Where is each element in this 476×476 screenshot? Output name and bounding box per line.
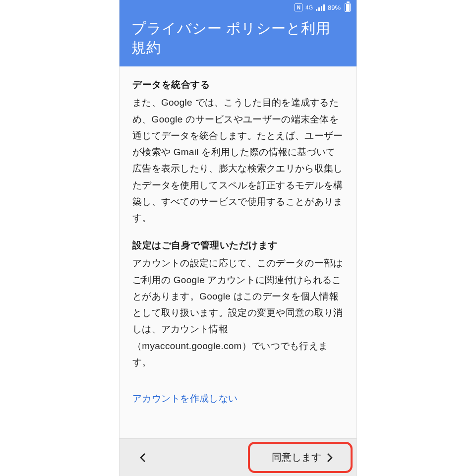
signal-icon	[316, 4, 325, 11]
chevron-right-icon	[326, 453, 333, 463]
svg-rect-1	[318, 7, 320, 11]
header: N 4G 89% プライバシー ポリシーと利用規約	[119, 0, 357, 66]
section-body: また、Google では、こうした目的を達成するため、Google のサービスや…	[132, 94, 344, 226]
page-title: プライバシー ポリシーと利用規約	[119, 15, 357, 66]
section-heading: データを統合する	[132, 78, 344, 91]
footer-nav: 同意します	[119, 438, 357, 476]
svg-rect-2	[321, 6, 322, 11]
section-manage-settings: 設定はご自身で管理いただけます アカウントの設定に応じて、このデータの一部はご利…	[132, 239, 344, 370]
agree-button[interactable]: 同意します	[248, 439, 357, 476]
agree-label: 同意します	[272, 451, 321, 464]
battery-text: 89%	[328, 4, 341, 11]
section-body: アカウントの設定に応じて、このデータの一部はご利用の Google アカウントに…	[132, 255, 344, 370]
section-data-integration: データを統合する また、Google では、こうした目的を達成するため、Goog…	[132, 78, 344, 226]
nfc-icon: N	[295, 3, 302, 11]
battery-icon	[345, 3, 351, 12]
svg-rect-0	[316, 9, 317, 11]
chevron-left-icon	[139, 453, 146, 463]
content-scroll[interactable]: データを統合する また、Google では、こうした目的を達成するため、Goog…	[119, 66, 357, 438]
svg-rect-3	[323, 4, 325, 11]
do-not-create-account-link[interactable]: アカウントを作成しない	[132, 393, 238, 404]
status-bar: N 4G 89%	[119, 0, 357, 15]
link-row: アカウントを作成しない	[132, 392, 344, 405]
network-icon: 4G	[305, 5, 313, 10]
section-heading: 設定はご自身で管理いただけます	[132, 239, 344, 252]
back-button[interactable]	[119, 439, 248, 476]
phone-frame: N 4G 89% プライバシー ポリシーと利用規約 データを統合する また、Go…	[119, 0, 357, 476]
